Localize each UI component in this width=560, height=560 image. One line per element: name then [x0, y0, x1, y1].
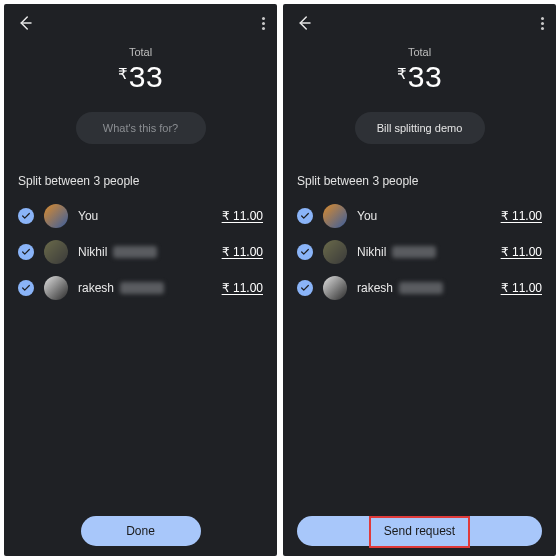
person-row[interactable]: Nikhil ₹ 11.00 [4, 234, 277, 270]
amount-value: 33 [408, 60, 442, 94]
total-amount: ₹ 33 [4, 60, 277, 94]
redacted-text [113, 246, 157, 258]
person-amount[interactable]: ₹ 11.00 [501, 245, 542, 259]
avatar [44, 276, 68, 300]
split-header: Split between 3 people [18, 174, 263, 188]
note-input[interactable]: Bill splitting demo [355, 112, 485, 144]
person-amount[interactable]: ₹ 11.00 [501, 281, 542, 295]
note-input[interactable]: What's this for? [76, 112, 206, 144]
person-name: rakesh [78, 281, 114, 295]
note-placeholder: What's this for? [103, 122, 178, 134]
person-name: Nikhil [78, 245, 107, 259]
total-amount: ₹ 33 [283, 60, 556, 94]
screen-right: Total ₹ 33 Bill splitting demo Split bet… [283, 4, 556, 556]
person-amount[interactable]: ₹ 11.00 [222, 209, 263, 223]
person-name: rakesh [357, 281, 393, 295]
checkmark-icon[interactable] [297, 244, 313, 260]
avatar [44, 204, 68, 228]
back-arrow-icon[interactable] [295, 14, 313, 32]
person-name: Nikhil [357, 245, 386, 259]
person-amount[interactable]: ₹ 11.00 [222, 245, 263, 259]
top-bar [283, 4, 556, 42]
top-bar [4, 4, 277, 42]
total-label: Total [283, 46, 556, 58]
person-row[interactable]: rakesh ₹ 11.00 [283, 270, 556, 306]
person-amount[interactable]: ₹ 11.00 [222, 281, 263, 295]
split-header: Split between 3 people [297, 174, 542, 188]
more-vertical-icon[interactable] [541, 17, 544, 30]
amount-value: 33 [129, 60, 163, 94]
person-amount[interactable]: ₹ 11.00 [501, 209, 542, 223]
total-label: Total [4, 46, 277, 58]
avatar [44, 240, 68, 264]
checkmark-icon[interactable] [18, 280, 34, 296]
checkmark-icon[interactable] [18, 208, 34, 224]
checkmark-icon[interactable] [297, 280, 313, 296]
currency-symbol: ₹ [118, 65, 128, 83]
currency-symbol: ₹ [397, 65, 407, 83]
redacted-text [120, 282, 164, 294]
done-button[interactable]: Done [81, 516, 201, 546]
checkmark-icon[interactable] [18, 244, 34, 260]
person-row[interactable]: You ₹ 11.00 [283, 198, 556, 234]
send-request-button[interactable]: Send request [297, 516, 542, 546]
back-arrow-icon[interactable] [16, 14, 34, 32]
avatar [323, 276, 347, 300]
person-row[interactable]: rakesh ₹ 11.00 [4, 270, 277, 306]
avatar [323, 240, 347, 264]
redacted-text [392, 246, 436, 258]
person-row[interactable]: Nikhil ₹ 11.00 [283, 234, 556, 270]
screen-left: Total ₹ 33 What's this for? Split betwee… [4, 4, 277, 556]
note-value: Bill splitting demo [377, 122, 463, 134]
person-name: You [78, 209, 98, 223]
bottom-bar: Send request [283, 516, 556, 546]
bottom-bar: Done [4, 516, 277, 546]
person-row[interactable]: You ₹ 11.00 [4, 198, 277, 234]
avatar [323, 204, 347, 228]
more-vertical-icon[interactable] [262, 17, 265, 30]
checkmark-icon[interactable] [297, 208, 313, 224]
redacted-text [399, 282, 443, 294]
person-name: You [357, 209, 377, 223]
